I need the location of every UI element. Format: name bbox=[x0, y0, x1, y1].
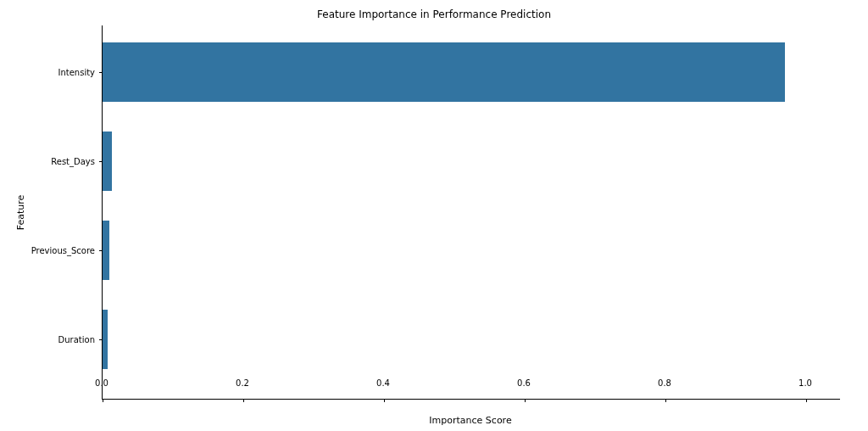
x-axis-label: Importance Score bbox=[102, 415, 839, 426]
xtick-label: 0.8 bbox=[658, 378, 671, 388]
bar-intensity bbox=[103, 42, 785, 102]
xtick-mark bbox=[806, 399, 807, 402]
xtick-label: 0.2 bbox=[236, 378, 249, 388]
xtick-mark bbox=[665, 399, 666, 402]
ytick-mark bbox=[99, 72, 103, 73]
y-axis-label-text: Feature bbox=[16, 194, 27, 230]
xtick-mark bbox=[525, 399, 526, 402]
chart-title: Feature Importance in Performance Predic… bbox=[0, 8, 868, 20]
ytick-mark bbox=[99, 339, 103, 340]
chart-figure: Feature Importance in Performance Predic… bbox=[0, 0, 868, 431]
plot-area bbox=[102, 25, 840, 400]
bar-rest-days bbox=[103, 132, 112, 191]
xtick-label: 0.0 bbox=[95, 378, 108, 388]
bar-duration bbox=[103, 310, 108, 369]
ytick-mark bbox=[99, 161, 103, 162]
xtick-mark bbox=[243, 399, 244, 402]
ytick-mark bbox=[99, 250, 103, 251]
xtick-label: 1.0 bbox=[798, 378, 812, 388]
y-axis-label: Feature bbox=[15, 25, 27, 399]
xtick-label: 0.4 bbox=[376, 378, 390, 388]
xtick-label: 0.6 bbox=[517, 378, 531, 388]
xtick-mark bbox=[384, 399, 385, 402]
bar-previous-score bbox=[103, 221, 109, 280]
xtick-mark bbox=[103, 399, 103, 402]
